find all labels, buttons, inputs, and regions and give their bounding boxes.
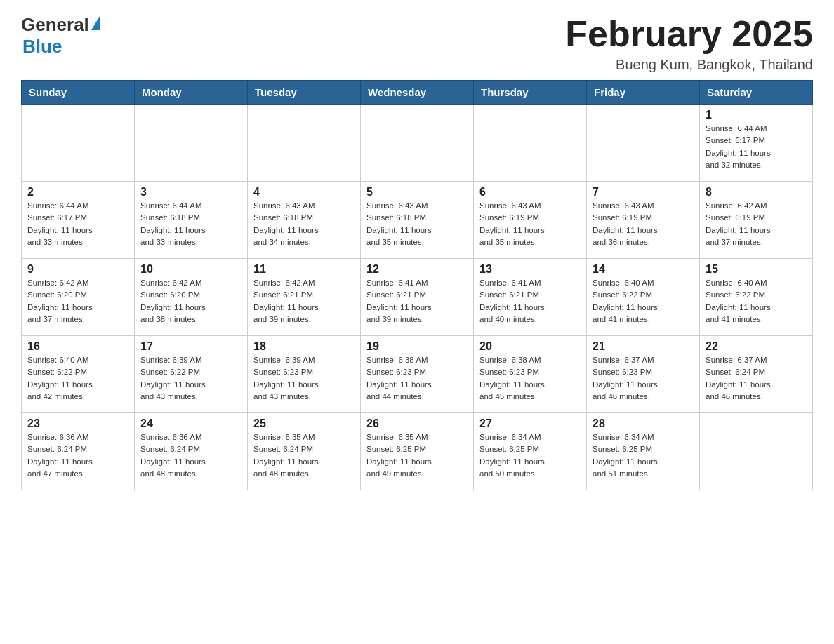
day-number: 26 [366,417,468,430]
calendar-cell: 18Sunrise: 6:39 AM Sunset: 6:23 PM Dayli… [248,336,361,413]
day-info: Sunrise: 6:40 AM Sunset: 6:22 PM Dayligh… [593,277,694,326]
day-info: Sunrise: 6:35 AM Sunset: 6:25 PM Dayligh… [366,431,468,480]
calendar-cell [22,105,135,182]
calendar-cell: 21Sunrise: 6:37 AM Sunset: 6:23 PM Dayli… [587,336,700,413]
logo-triangle-icon [91,16,100,30]
day-info: Sunrise: 6:36 AM Sunset: 6:24 PM Dayligh… [27,431,128,480]
day-header-friday: Friday [587,81,700,105]
day-info: Sunrise: 6:40 AM Sunset: 6:22 PM Dayligh… [27,354,128,403]
logo: General Blue [21,14,100,58]
week-row-2: 2Sunrise: 6:44 AM Sunset: 6:17 PM Daylig… [22,182,813,259]
calendar-cell: 28Sunrise: 6:34 AM Sunset: 6:25 PM Dayli… [587,413,700,490]
day-number: 28 [593,417,694,430]
day-number: 23 [27,417,128,430]
day-number: 1 [706,109,807,121]
day-header-thursday: Thursday [474,81,587,105]
calendar-header-row: SundayMondayTuesdayWednesdayThursdayFrid… [22,81,813,105]
week-row-5: 23Sunrise: 6:36 AM Sunset: 6:24 PM Dayli… [22,413,813,490]
calendar-cell: 5Sunrise: 6:43 AM Sunset: 6:18 PM Daylig… [361,182,474,259]
week-row-4: 16Sunrise: 6:40 AM Sunset: 6:22 PM Dayli… [22,336,813,413]
day-number: 16 [27,340,128,353]
day-info: Sunrise: 6:37 AM Sunset: 6:24 PM Dayligh… [706,354,807,403]
logo-general-text: General [21,14,89,36]
calendar-cell: 15Sunrise: 6:40 AM Sunset: 6:22 PM Dayli… [700,259,813,336]
day-number: 7 [593,186,694,199]
day-info: Sunrise: 6:43 AM Sunset: 6:18 PM Dayligh… [366,200,468,248]
calendar-cell: 20Sunrise: 6:38 AM Sunset: 6:23 PM Dayli… [474,336,587,413]
calendar-cell: 17Sunrise: 6:39 AM Sunset: 6:22 PM Dayli… [135,336,248,413]
day-info: Sunrise: 6:43 AM Sunset: 6:18 PM Dayligh… [253,200,355,248]
calendar-cell: 2Sunrise: 6:44 AM Sunset: 6:17 PM Daylig… [22,182,135,259]
calendar-cell: 19Sunrise: 6:38 AM Sunset: 6:23 PM Dayli… [361,336,474,413]
day-number: 24 [140,417,241,430]
day-number: 19 [366,340,468,353]
day-info: Sunrise: 6:39 AM Sunset: 6:23 PM Dayligh… [253,354,355,403]
day-number: 6 [479,186,581,199]
logo-blue-text: Blue [22,36,100,58]
day-number: 5 [366,186,468,199]
day-header-monday: Monday [135,81,248,105]
day-number: 4 [253,186,355,199]
day-info: Sunrise: 6:41 AM Sunset: 6:21 PM Dayligh… [479,277,581,326]
title-area: February 2025 Bueng Kum, Bangkok, Thaila… [565,14,813,73]
day-number: 17 [140,340,241,353]
day-number: 15 [706,263,807,276]
day-number: 21 [593,340,694,353]
day-header-saturday: Saturday [700,81,813,105]
day-info: Sunrise: 6:36 AM Sunset: 6:24 PM Dayligh… [140,431,241,480]
day-info: Sunrise: 6:44 AM Sunset: 6:17 PM Dayligh… [27,200,128,248]
calendar-cell: 1Sunrise: 6:44 AM Sunset: 6:17 PM Daylig… [700,105,813,182]
calendar-cell: 4Sunrise: 6:43 AM Sunset: 6:18 PM Daylig… [248,182,361,259]
calendar-cell: 12Sunrise: 6:41 AM Sunset: 6:21 PM Dayli… [361,259,474,336]
day-number: 12 [366,263,468,276]
day-number: 25 [253,417,355,430]
calendar-cell [248,105,361,182]
calendar-cell: 9Sunrise: 6:42 AM Sunset: 6:20 PM Daylig… [22,259,135,336]
calendar-cell: 3Sunrise: 6:44 AM Sunset: 6:18 PM Daylig… [135,182,248,259]
day-number: 10 [140,263,241,276]
day-info: Sunrise: 6:39 AM Sunset: 6:22 PM Dayligh… [140,354,241,403]
day-number: 13 [479,263,581,276]
calendar-cell: 7Sunrise: 6:43 AM Sunset: 6:19 PM Daylig… [587,182,700,259]
calendar-cell: 13Sunrise: 6:41 AM Sunset: 6:21 PM Dayli… [474,259,587,336]
calendar-cell: 24Sunrise: 6:36 AM Sunset: 6:24 PM Dayli… [135,413,248,490]
day-info: Sunrise: 6:34 AM Sunset: 6:25 PM Dayligh… [479,431,581,480]
calendar-cell: 25Sunrise: 6:35 AM Sunset: 6:24 PM Dayli… [248,413,361,490]
day-info: Sunrise: 6:41 AM Sunset: 6:21 PM Dayligh… [366,277,468,326]
day-info: Sunrise: 6:38 AM Sunset: 6:23 PM Dayligh… [479,354,581,403]
calendar-cell [700,413,813,490]
day-info: Sunrise: 6:42 AM Sunset: 6:20 PM Dayligh… [27,277,128,326]
day-info: Sunrise: 6:38 AM Sunset: 6:23 PM Dayligh… [366,354,468,403]
day-info: Sunrise: 6:37 AM Sunset: 6:23 PM Dayligh… [593,354,694,403]
week-row-1: 1Sunrise: 6:44 AM Sunset: 6:17 PM Daylig… [22,105,813,182]
day-info: Sunrise: 6:35 AM Sunset: 6:24 PM Dayligh… [253,431,355,480]
calendar-cell: 8Sunrise: 6:42 AM Sunset: 6:19 PM Daylig… [700,182,813,259]
calendar-cell [361,105,474,182]
day-info: Sunrise: 6:43 AM Sunset: 6:19 PM Dayligh… [479,200,581,248]
day-number: 11 [253,263,355,276]
location-subtitle: Bueng Kum, Bangkok, Thailand [565,57,813,73]
day-number: 2 [27,186,128,199]
calendar-cell: 26Sunrise: 6:35 AM Sunset: 6:25 PM Dayli… [361,413,474,490]
page-header: General Blue February 2025 Bueng Kum, Ba… [21,14,813,73]
calendar-cell: 6Sunrise: 6:43 AM Sunset: 6:19 PM Daylig… [474,182,587,259]
calendar-cell: 27Sunrise: 6:34 AM Sunset: 6:25 PM Dayli… [474,413,587,490]
day-header-tuesday: Tuesday [248,81,361,105]
calendar-cell: 16Sunrise: 6:40 AM Sunset: 6:22 PM Dayli… [22,336,135,413]
calendar-cell: 14Sunrise: 6:40 AM Sunset: 6:22 PM Dayli… [587,259,700,336]
day-number: 8 [706,186,807,199]
calendar-cell: 23Sunrise: 6:36 AM Sunset: 6:24 PM Dayli… [22,413,135,490]
day-info: Sunrise: 6:42 AM Sunset: 6:21 PM Dayligh… [253,277,355,326]
calendar-cell: 11Sunrise: 6:42 AM Sunset: 6:21 PM Dayli… [248,259,361,336]
week-row-3: 9Sunrise: 6:42 AM Sunset: 6:20 PM Daylig… [22,259,813,336]
calendar-cell [474,105,587,182]
day-info: Sunrise: 6:43 AM Sunset: 6:19 PM Dayligh… [593,200,694,248]
main-title: February 2025 [565,14,813,54]
calendar-table: SundayMondayTuesdayWednesdayThursdayFrid… [21,80,813,490]
day-header-sunday: Sunday [22,81,135,105]
day-number: 3 [140,186,241,199]
day-number: 18 [253,340,355,353]
day-info: Sunrise: 6:34 AM Sunset: 6:25 PM Dayligh… [593,431,694,480]
calendar-cell: 10Sunrise: 6:42 AM Sunset: 6:20 PM Dayli… [135,259,248,336]
day-number: 14 [593,263,694,276]
